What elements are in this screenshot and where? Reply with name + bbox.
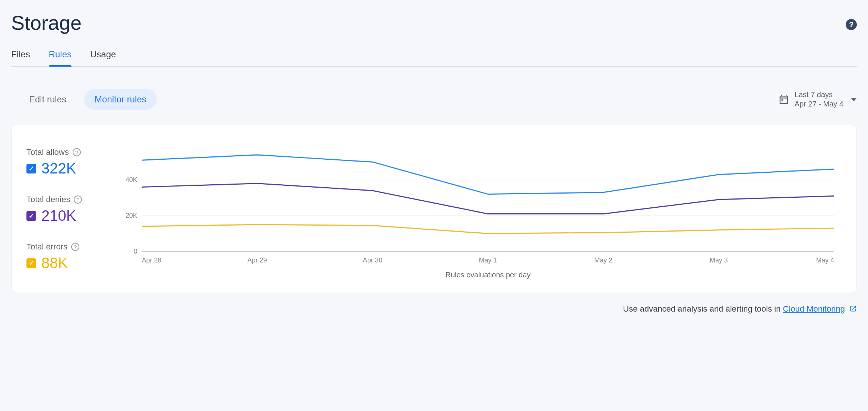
legend-allows-help-icon[interactable]: ? bbox=[73, 148, 81, 156]
svg-text:20K: 20K bbox=[126, 212, 137, 219]
tab-rules[interactable]: Rules bbox=[49, 45, 72, 66]
date-range-picker[interactable]: Last 7 days Apr 27 - May 4 bbox=[778, 90, 857, 109]
svg-text:Apr 29: Apr 29 bbox=[247, 257, 267, 264]
legend-denies: Total denies ? ✓ 210K bbox=[26, 195, 108, 224]
legend-denies-label: Total denies bbox=[26, 195, 70, 204]
svg-text:May 2: May 2 bbox=[594, 257, 612, 264]
svg-text:Apr 30: Apr 30 bbox=[363, 257, 383, 264]
svg-text:40K: 40K bbox=[126, 176, 137, 184]
rules-subtabs: Edit rules Monitor rules bbox=[19, 89, 157, 110]
legend-errors: Total errors ? ✓ 88K bbox=[26, 242, 108, 271]
legend-denies-help-icon[interactable]: ? bbox=[74, 195, 82, 204]
date-range-label: Last 7 days bbox=[795, 90, 843, 99]
footer-note: Use advanced analysis and alerting tools… bbox=[11, 304, 857, 315]
legend-denies-checkbox[interactable]: ✓ bbox=[26, 211, 36, 221]
subtab-monitor-rules[interactable]: Monitor rules bbox=[84, 89, 157, 110]
date-range-detail: Apr 27 - May 4 bbox=[795, 99, 843, 109]
subtab-edit-rules[interactable]: Edit rules bbox=[19, 89, 77, 110]
legend-errors-checkbox[interactable]: ✓ bbox=[26, 258, 36, 268]
svg-text:Rules evaluations per day: Rules evaluations per day bbox=[446, 271, 531, 279]
tab-usage[interactable]: Usage bbox=[90, 45, 116, 66]
page-title: Storage bbox=[11, 11, 82, 34]
chart-card: Total allows ? ✓ 322K Total denies ? ✓ 2… bbox=[11, 125, 857, 293]
svg-text:May 3: May 3 bbox=[710, 257, 728, 264]
legend-allows: Total allows ? ✓ 322K bbox=[26, 147, 108, 177]
help-icon[interactable]: ? bbox=[846, 19, 857, 30]
svg-text:May 4: May 4 bbox=[816, 257, 834, 264]
rules-chart: 020K40KApr 28Apr 29Apr 30May 1May 2May 3… bbox=[120, 140, 842, 281]
legend-allows-checkbox[interactable]: ✓ bbox=[26, 164, 36, 173]
legend-errors-help-icon[interactable]: ? bbox=[71, 243, 79, 251]
svg-text:May 1: May 1 bbox=[479, 257, 497, 264]
legend-denies-value: 210K bbox=[41, 207, 76, 224]
calendar-icon bbox=[778, 94, 789, 105]
cloud-monitoring-link[interactable]: Cloud Monitoring bbox=[783, 304, 845, 313]
primary-tabs: Files Rules Usage bbox=[11, 45, 857, 67]
legend-allows-value: 322K bbox=[41, 160, 76, 177]
svg-text:Apr 28: Apr 28 bbox=[142, 257, 162, 264]
tab-files[interactable]: Files bbox=[11, 45, 30, 66]
footer-text: Use advanced analysis and alerting tools… bbox=[623, 304, 783, 313]
legend-errors-value: 88K bbox=[41, 255, 68, 271]
legend-errors-label: Total errors bbox=[26, 242, 67, 252]
external-link-icon bbox=[849, 305, 857, 315]
svg-text:0: 0 bbox=[134, 248, 137, 255]
chevron-down-icon bbox=[851, 98, 857, 101]
legend-allows-label: Total allows bbox=[26, 147, 69, 157]
